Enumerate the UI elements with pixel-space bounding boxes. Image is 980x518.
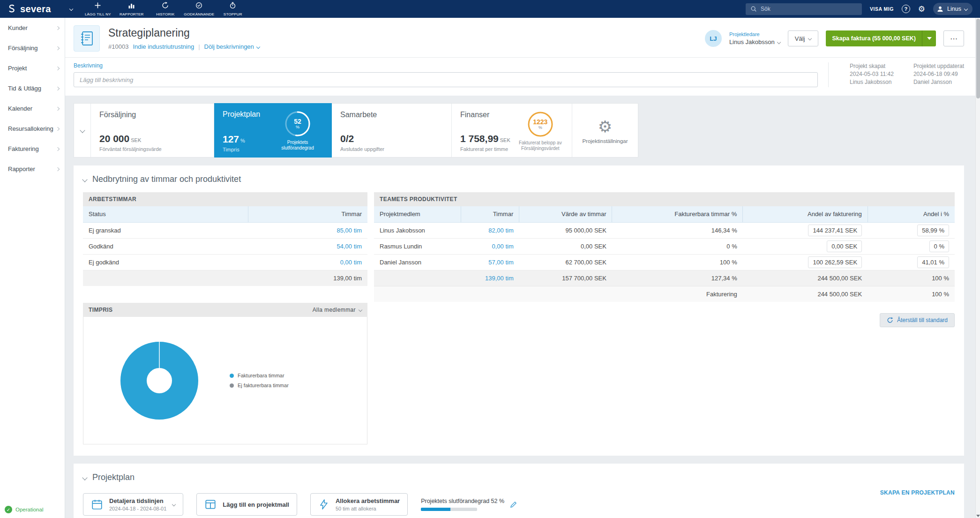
gear-icon[interactable]: ⚙ [918,5,925,13]
topnav-godkannande[interactable]: GODKÄNNANDE [182,0,216,18]
timpris-header: TIMPRIS [89,307,112,313]
detail-timeline-button[interactable]: Detaljera tidslinjen 2024-04-18 - 2024-0… [83,493,183,516]
skapa-faktura-dropdown[interactable] [922,30,936,46]
description-input[interactable] [74,72,818,87]
chevron-right-icon [56,26,60,30]
hours-link[interactable]: 0,00 tim [340,259,362,266]
share-pct-field[interactable]: 0 % [929,240,949,252]
topnav-stoppur[interactable]: STOPPUR [216,0,250,18]
project-manager-block[interactable]: Projektledare Linus Jakobsson [729,31,780,45]
tab-projektplan[interactable]: Projektplan 127% Timpris 52 % Projektets… [214,103,332,158]
legend-dot-blue [230,374,234,378]
project-number: #10003 [108,43,128,50]
column-header-projektmedlem: Projektmedlem [374,206,461,222]
share-pct-field[interactable]: 58,99 % [917,225,949,236]
tabs-collapse-chevron-icon[interactable] [74,104,91,157]
tab-forsaljning[interactable]: Försäljning 20 000SEK Förväntat försäljn… [91,104,214,157]
avatar[interactable]: LJ [705,30,722,47]
status-label: Operational [15,507,43,512]
sidebar-item-forsaljning[interactable]: Försäljning [0,38,65,58]
more-button[interactable]: ⋯ [943,30,964,46]
stopwatch-icon [229,2,236,11]
manager-name: Linus Jakobsson [729,38,775,45]
sidebar-item-kalender[interactable]: Kalender [0,98,65,119]
valj-button[interactable]: Välj [788,30,819,46]
sidebar-item-projekt[interactable]: Projekt [0,58,65,78]
sidebar-item-kunder[interactable]: Kunder [0,18,65,38]
sidebar-item-label: Kunder [8,24,28,31]
tab-samarbete[interactable]: Samarbete 0/2 Avslutade uppgifter [332,104,452,157]
app-logo[interactable]: severa [0,4,58,15]
add-project-template-button[interactable]: Lägg till en projektmall [196,493,297,516]
hourly-rate-donut-chart [120,341,199,420]
topnav-historik[interactable]: HISTORIK [149,0,182,18]
collapse-chevron-icon[interactable] [82,475,87,480]
hours-link[interactable]: 54,00 tim [337,243,362,250]
customer-link[interactable]: Indie industriutrustning [133,43,194,50]
billable-pct-cell: 100 % [612,254,743,270]
sidebar-item-rapporter[interactable]: Rapporter [0,159,65,179]
sidebar-item-label: Fakturering [8,145,39,152]
hours-link[interactable]: 85,00 tim [337,227,362,234]
worktime-header: ARBETSTIMMAR [83,192,367,206]
ring-unit: % [296,125,299,129]
breakdown-panel: Nedbrytning av timmar och produktivitet … [74,165,964,456]
hours-link[interactable]: 57,00 tim [488,259,513,266]
topnav-rapporter[interactable]: RAPPORTER [115,0,149,18]
toggle-description-link[interactable]: Dölj beskrivningen [204,43,260,50]
chevron-right-icon [56,66,60,70]
tab-title: Försäljning [99,111,162,119]
created-by: Linus Jakobsson [850,78,894,86]
system-status[interactable]: ✓ Operational [5,506,43,513]
sidebar-item-resursallokering[interactable]: Resursallokering [0,119,65,139]
member-name: Rasmus Lundin [374,238,461,254]
member-filter-dropdown[interactable]: Alla medlemmar [313,307,362,313]
ring-label: Fakturerat belopp av Försäljningsvärdet [517,140,564,151]
share-amount-field[interactable]: 100 262,59 SEK [808,256,862,268]
hours-link[interactable]: 0,00 tim [492,243,513,250]
tab-finanser[interactable]: Finanser 1 758,99SEK Fakturerat per timm… [452,104,572,157]
column-header-timmar: Timmar [248,206,367,222]
share-amount-field[interactable]: 0,00 SEK [827,240,862,252]
chevron-down-icon [172,503,176,506]
user-menu[interactable]: Linus [933,3,973,15]
timpris-section: TIMPRIS Alla medlemmar Fakturerbara timm… [83,303,367,444]
tab-title: Projektinställningar [582,138,628,144]
tab-projektinstallningar[interactable]: ⚙ Projektinställningar [572,104,638,157]
sidebar-item-fakturering[interactable]: Fakturering [0,139,65,159]
create-projectplan-link[interactable]: SKAPA EN PROJEKTPLAN [880,489,955,496]
share-pct-field[interactable]: 41,01 % [917,256,949,268]
legend-label: Fakturerbara timmar [238,373,284,378]
topnav-lagg-till-ny[interactable]: LÄGG TILL NY [81,0,115,18]
share-amount-field[interactable]: 144 237,41 SEK [808,225,862,236]
description-section: Beskrivning Projekt skapat 2024-05-03 11… [65,57,975,96]
total-hours-link[interactable]: 139,00 tim [485,275,514,282]
status-cell: Ej granskad [83,222,248,238]
scroll-down-arrow-icon[interactable] [976,515,980,517]
button-title: Lägg till en projektmall [223,501,289,508]
sidebar-item-label: Försäljning [8,45,38,52]
topnav-label: RAPPORTER [120,12,143,16]
breakdown-title: Nedbrytning av timmar och produktivitet [92,174,241,184]
chevron-right-icon [56,127,60,130]
scrollbar-thumb[interactable] [976,19,980,98]
sidebar-item-tid-utlagg[interactable]: Tid & Utlägg [0,78,65,98]
value-cell: 95 000,00 SEK [519,222,612,238]
column-header-andel-fakturering: Andel av fakturering [743,206,868,222]
hours-link[interactable]: 82,00 tim [488,227,513,234]
visa-mig-link[interactable]: VISA MIG [870,6,894,12]
search-box[interactable] [746,3,862,15]
topbar-collapse-chevron-icon[interactable] [70,8,73,10]
allocate-hours-button[interactable]: Allokera arbetstimmar 50 tim att alloker… [310,493,408,516]
help-icon[interactable]: ? [902,5,910,13]
edit-pencil-icon[interactable] [510,501,517,508]
collapse-chevron-icon[interactable] [82,177,87,182]
reset-to-default-button[interactable]: Återställ till standard [880,313,955,327]
chevron-right-icon [56,106,60,110]
completion-progress-bar [421,508,477,511]
main-content: Strategiplanering #10003 Indie industriu… [65,18,975,518]
skapa-faktura-button[interactable]: Skapa faktura (55 000,00 SEK) [826,30,922,46]
vertical-scrollbar[interactable] [975,18,980,518]
tab-sublabel: Timpris [223,147,260,152]
search-input[interactable] [761,6,857,12]
